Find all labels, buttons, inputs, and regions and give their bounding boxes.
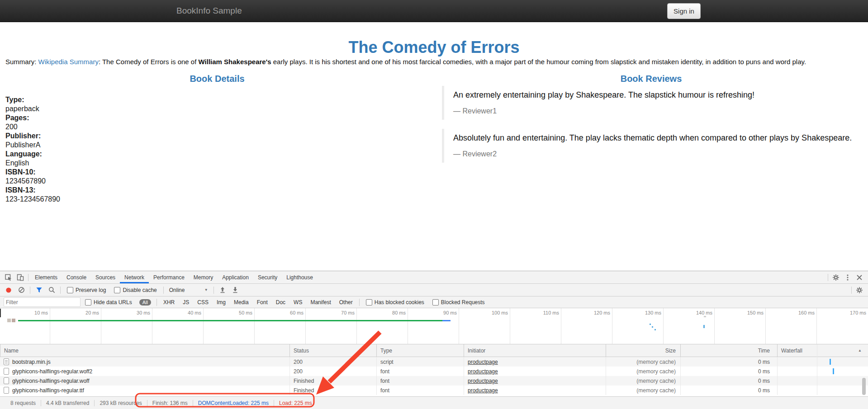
tab-memory[interactable]: Memory [189,271,218,283]
filter-type-doc[interactable]: Doc [272,299,289,306]
tab-console[interactable]: Console [62,271,91,283]
initiator-link[interactable]: productpage [468,378,498,384]
search-icon[interactable] [46,285,57,295]
record-network-log-icon[interactable] [3,285,14,295]
review-text: Absolutely fun and entertaining. The pla… [453,133,860,143]
network-summary-bar: 8 requests 4.4 kB transferred 293 kB res… [0,396,868,409]
filter-type-other[interactable]: Other [336,299,356,306]
tab-sources[interactable]: Sources [91,271,120,283]
timeline-tick: 160 ms [766,308,817,344]
network-toolbar: Preserve log Disable cache Online ▼ [0,284,868,296]
filter-type-css[interactable]: CSS [194,299,212,306]
wikipedia-summary-link[interactable]: Wikipedia Summary [38,58,99,66]
timeline-tick: 130 ms [612,308,664,344]
initiator-link[interactable]: productpage [468,387,498,394]
divider [60,287,61,294]
checkbox-icon[interactable] [432,299,439,306]
filter-type-manifest[interactable]: Manifest [307,299,334,306]
detail-value: 1234567890 [5,177,60,186]
blocked-requests-checkbox[interactable]: Blocked Requests [432,299,485,306]
tab-lighthouse[interactable]: Lighthouse [282,271,318,283]
has-blocked-cookies-checkbox[interactable]: Has blocked cookies [366,299,424,306]
disable-cache-checkbox[interactable]: Disable cache [114,287,157,293]
overview-request-dot [703,325,705,328]
checkbox-icon[interactable] [366,299,372,306]
detail-value: PublisherA [5,141,60,150]
network-request-row[interactable]: bootstrap.min.js 200 script productpage … [0,357,868,367]
column-header-time[interactable]: Time [680,344,777,357]
checkbox-icon[interactable] [114,287,120,293]
timeline-tick: 60 ms [255,308,306,344]
column-header-status[interactable]: Status [289,344,376,357]
column-header-size[interactable]: Size [606,344,680,357]
network-request-row[interactable]: glyphicons-halflings-regular.ttf Finishe… [0,385,868,395]
network-settings-gear-icon[interactable] [854,285,865,295]
inspect-element-icon[interactable] [3,273,14,282]
checkbox-icon[interactable] [67,287,73,293]
network-request-row[interactable]: glyphicons-halflings-regular.woff Finish… [0,376,868,385]
more-options-icon[interactable] [842,273,854,282]
sign-in-button[interactable]: Sign in [667,3,701,19]
settings-gear-icon[interactable] [830,273,842,282]
divider [163,287,164,294]
filter-type-img[interactable]: Img [213,299,229,306]
waterfall-cell [777,367,868,376]
divider [359,299,360,306]
review-author: — Reviewer1 [453,107,860,115]
filter-type-font[interactable]: Font [253,299,271,306]
filter-type-js[interactable]: JS [179,299,193,306]
filter-funnel-icon[interactable] [33,285,45,295]
network-request-row[interactable]: glyphicons-halflings-regular.woff2 200 f… [0,367,868,376]
throttling-dropdown[interactable]: Online ▼ [169,287,208,293]
import-har-icon[interactable] [217,285,228,295]
resources-size: 293 kB resources [95,400,147,406]
network-table-header: Name Status Type Initiator Size Time Wat… [0,344,868,357]
detail-label: Pages: [5,113,60,122]
filter-type-xhr[interactable]: XHR [160,299,178,306]
initiator-link[interactable]: productpage [468,368,498,375]
network-filter-bar: Hide data URLs All XHR JS CSS Img Media … [0,296,868,308]
column-header-waterfall[interactable]: Waterfall ▲ [777,344,868,357]
review-author: — Reviewer2 [453,150,860,158]
initiator-link[interactable]: productpage [468,359,498,365]
summary-rest: early plays. It is his shortest and one … [271,58,806,66]
filter-type-all[interactable]: All [139,299,151,306]
column-header-name[interactable]: Name [0,344,289,357]
network-overview-timeline[interactable]: 10 ms 20 ms 30 ms 40 ms 50 ms 60 ms 70 m… [0,308,868,344]
tab-performance[interactable]: Performance [149,271,189,283]
clear-network-log-icon[interactable] [15,285,27,295]
tab-network[interactable]: Network [120,271,149,283]
book-summary: Summary: Wikipedia Summary: The Comedy o… [5,58,806,66]
filter-type-ws[interactable]: WS [290,299,306,306]
column-header-type[interactable]: Type [376,344,464,357]
tab-security[interactable]: Security [253,271,282,283]
export-har-icon[interactable] [229,285,241,295]
timeline-tick: 10 ms [0,308,50,344]
tab-elements[interactable]: Elements [30,271,62,283]
close-devtools-icon[interactable] [854,273,865,282]
overview-load-line-green [18,320,442,321]
waterfall-gridline [817,344,817,395]
detail-value: paperback [5,104,60,113]
overview-dcl-line-blue [442,320,451,321]
chevron-down-icon: ▼ [204,288,208,292]
timeline-tick: 20 ms [50,308,101,344]
preserve-log-checkbox[interactable]: Preserve log [67,287,106,293]
timeline-tick: 140 ms [664,308,715,344]
overview-request-dot [655,329,656,330]
waterfall-bar [830,359,831,365]
app-title: BookInfo Sample [176,6,242,16]
detail-label: Language: [5,150,60,159]
filter-input[interactable] [4,297,81,307]
tab-application[interactable]: Application [218,271,253,283]
book-reviews-heading: Book Reviews [434,74,868,84]
scrollbar-thumb[interactable] [862,378,866,395]
checkbox-icon[interactable] [85,299,91,306]
waterfall-cell [777,357,868,367]
filter-type-media[interactable]: Media [230,299,252,306]
divider [30,287,30,294]
hide-data-urls-checkbox[interactable]: Hide data URLs [85,299,132,306]
device-toolbar-icon[interactable] [14,273,26,282]
detail-label: Publisher: [5,132,60,141]
column-header-initiator[interactable]: Initiator [464,344,606,357]
